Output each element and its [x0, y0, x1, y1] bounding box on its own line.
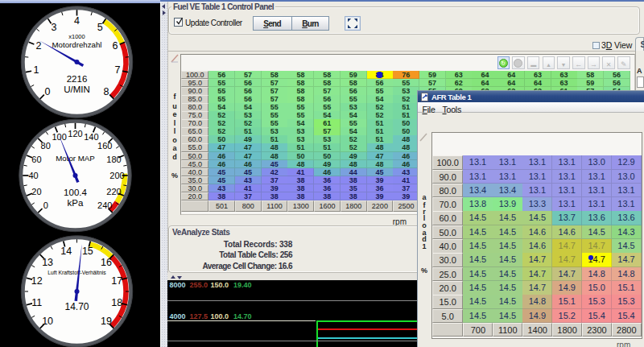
svg-text:U/MIN: U/MIN: [64, 85, 90, 94]
svg-text:100.4: 100.4: [64, 188, 87, 197]
svg-text:19: 19: [101, 316, 112, 327]
svg-text:5: 5: [97, 22, 103, 33]
svg-text:60: 60: [31, 155, 41, 164]
svg-text:80: 80: [41, 141, 51, 151]
svg-text:10: 10: [42, 316, 53, 327]
svg-text:120: 120: [68, 129, 82, 138]
svg-text:200: 200: [109, 171, 124, 180]
svg-text:x1000: x1000: [68, 33, 85, 40]
svg-text:160: 160: [97, 141, 112, 151]
svg-text:12: 12: [31, 275, 43, 287]
svg-text:4: 4: [74, 15, 80, 27]
svg-text:13: 13: [42, 257, 53, 268]
svg-text:Motordrehzahl: Motordrehzahl: [52, 40, 102, 49]
svg-text:240: 240: [97, 200, 112, 210]
svg-text:40: 40: [28, 171, 38, 180]
svg-text:1: 1: [34, 64, 39, 76]
svg-text:14: 14: [60, 246, 72, 257]
svg-text:15: 15: [82, 246, 93, 257]
svg-text:220: 220: [106, 187, 121, 196]
svg-text:0: 0: [43, 200, 48, 210]
svg-text:20: 20: [31, 187, 41, 196]
svg-text:180: 180: [106, 155, 121, 164]
svg-text:18: 18: [111, 297, 122, 308]
svg-text:2: 2: [35, 40, 41, 52]
svg-text:140: 140: [84, 132, 98, 142]
svg-text:3: 3: [51, 22, 56, 33]
svg-text:17: 17: [111, 275, 122, 287]
svg-text:14.70: 14.70: [64, 301, 89, 312]
svg-text:Motor MAP: Motor MAP: [56, 154, 94, 163]
svg-text:0: 0: [45, 86, 51, 97]
svg-text:16: 16: [101, 257, 112, 268]
svg-text:6: 6: [113, 40, 118, 52]
svg-text:11: 11: [31, 297, 42, 308]
svg-text:2216: 2216: [67, 74, 88, 84]
svg-text:8: 8: [103, 86, 109, 97]
svg-text:100: 100: [52, 132, 66, 142]
svg-text:Luft Kraftstoff-Verhältnis: Luft Kraftstoff-Verhältnis: [47, 270, 106, 275]
svg-text:7: 7: [115, 64, 121, 76]
svg-text:kPa: kPa: [68, 198, 84, 208]
